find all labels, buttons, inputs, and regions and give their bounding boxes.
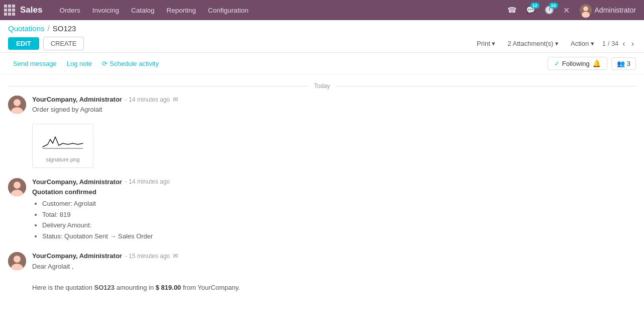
top-navigation: Sales Orders Invoicing Catalog Reporting… [0, 0, 644, 20]
svg-point-3 [583, 7, 588, 11]
topnav-right: ☎ 💬 12 🕐 24 ✕ Administrator [504, 2, 640, 18]
phone-icon-button[interactable]: ☎ [504, 4, 520, 17]
avatar [8, 178, 26, 196]
activity-badge: 24 [549, 3, 558, 9]
breadcrumb-parent[interactable]: Quotations [8, 24, 45, 33]
message-time: - 14 minutes ago [125, 178, 170, 185]
message-body: YourCompany, Administrator - 14 minutes … [32, 178, 636, 242]
chatter-content: Today YourCompany, Administrator - 14 mi… [0, 74, 644, 303]
action-button[interactable]: Action ▾ [567, 38, 598, 49]
close-icon[interactable]: ✕ [560, 4, 573, 17]
followers-button[interactable]: 👥 3 [611, 57, 636, 70]
divider-line-right [336, 86, 636, 87]
avatar [8, 252, 26, 270]
list-item: Delivery Amount: [42, 220, 636, 230]
breadcrumb: Quotations / SO123 [8, 24, 636, 33]
today-divider: Today [8, 82, 636, 90]
prev-button[interactable]: ‹ [620, 38, 627, 49]
email-body: Dear Agrolait , Here is the quotation SO… [32, 262, 636, 293]
avatar [8, 96, 26, 114]
message-header: YourCompany, Administrator - 14 minutes … [32, 96, 636, 103]
message-header: YourCompany, Administrator - 14 minutes … [32, 178, 636, 186]
menu-invoicing[interactable]: Invoicing [87, 5, 124, 16]
svg-point-2 [582, 12, 590, 18]
menu-reporting[interactable]: Reporting [162, 5, 201, 16]
schedule-activity-label: Schedule activity [110, 60, 159, 67]
attachments-button[interactable]: 2 Attachment(s) ▾ [503, 38, 563, 49]
create-button[interactable]: CREATE [43, 37, 84, 50]
username: Administrator [595, 6, 636, 14]
discuss-badge: 12 [530, 3, 540, 9]
app-name[interactable]: Sales [20, 5, 42, 15]
message-item: YourCompany, Administrator - 15 minutes … [8, 252, 636, 293]
send-message-button[interactable]: Send message [8, 58, 62, 69]
subheader: Quotations / SO123 EDIT CREATE Print ▾ 2… [0, 20, 644, 53]
send-message-label: Send message [13, 60, 57, 67]
breadcrumb-current: SO123 [53, 24, 76, 33]
chatter-actions: Send message Log note ⟳ Schedule activit… [0, 53, 644, 74]
message-item: YourCompany, Administrator - 14 minutes … [8, 178, 636, 242]
message-list: Customer: Agrolait Total: 819 Delivery A… [32, 199, 636, 241]
signature-container: signature.png [32, 120, 636, 168]
svg-point-5 [14, 99, 21, 106]
message-author: YourCompany, Administrator [32, 252, 122, 260]
check-icon: ✓ [554, 60, 560, 67]
message-time: - 14 minutes ago [125, 96, 170, 103]
avatar [580, 4, 592, 16]
today-label: Today [314, 82, 330, 90]
next-button[interactable]: › [629, 38, 636, 49]
edit-button[interactable]: EDIT [8, 37, 39, 50]
signature-image [38, 129, 88, 154]
user-menu[interactable]: Administrator [576, 2, 640, 18]
message-time: - 15 minutes ago [125, 253, 170, 260]
toolbar: EDIT CREATE Print ▾ 2 Attachment(s) ▾ Ac… [8, 37, 636, 50]
print-button[interactable]: Print ▾ [473, 38, 499, 49]
breadcrumb-separator: / [48, 24, 50, 33]
message-body: YourCompany, Administrator - 14 minutes … [32, 96, 636, 168]
log-note-label: Log note [67, 60, 92, 67]
schedule-activity-button[interactable]: ⟳ Schedule activity [97, 58, 164, 69]
following-label: Following [562, 60, 590, 67]
message-text: Order signed by Agrolait [32, 105, 636, 115]
pagination-text: 1 / 34 [602, 40, 619, 47]
list-item: Status: Quotation Sent → Sales Order [42, 231, 636, 241]
menu-orders[interactable]: Orders [54, 5, 85, 16]
svg-point-8 [14, 182, 21, 189]
divider-line-left [8, 86, 308, 87]
apps-icon[interactable] [4, 5, 15, 16]
clock-icon: ⟳ [102, 60, 108, 67]
followers-count: 3 [627, 60, 630, 67]
followers-icon: 👥 [617, 60, 625, 67]
email-icon: ✉ [173, 252, 178, 260]
signature-filename: signature.png [38, 156, 88, 162]
message-body: YourCompany, Administrator - 15 minutes … [32, 252, 636, 293]
log-note-button[interactable]: Log note [62, 58, 97, 69]
svg-point-11 [14, 256, 21, 263]
activity-button[interactable]: 🕐 24 [542, 4, 557, 17]
message-item: YourCompany, Administrator - 14 minutes … [8, 96, 636, 168]
message-author: YourCompany, Administrator [32, 178, 122, 186]
main-menu: Orders Invoicing Catalog Reporting Confi… [54, 5, 504, 16]
message-author: YourCompany, Administrator [32, 96, 122, 103]
menu-configuration[interactable]: Configuration [203, 5, 253, 16]
list-item: Customer: Agrolait [42, 199, 636, 209]
discuss-button[interactable]: 💬 12 [523, 4, 539, 17]
pagination: 1 / 34 ‹ › [602, 38, 636, 49]
list-item: Total: 819 [42, 210, 636, 220]
message-text: Quotation confirmed [32, 187, 636, 197]
bell-icon: 🔔 [592, 59, 601, 67]
message-header: YourCompany, Administrator - 15 minutes … [32, 252, 636, 260]
following-button[interactable]: ✓ Following 🔔 [548, 57, 607, 70]
email-icon: ✉ [173, 96, 178, 103]
menu-catalog[interactable]: Catalog [126, 5, 160, 16]
